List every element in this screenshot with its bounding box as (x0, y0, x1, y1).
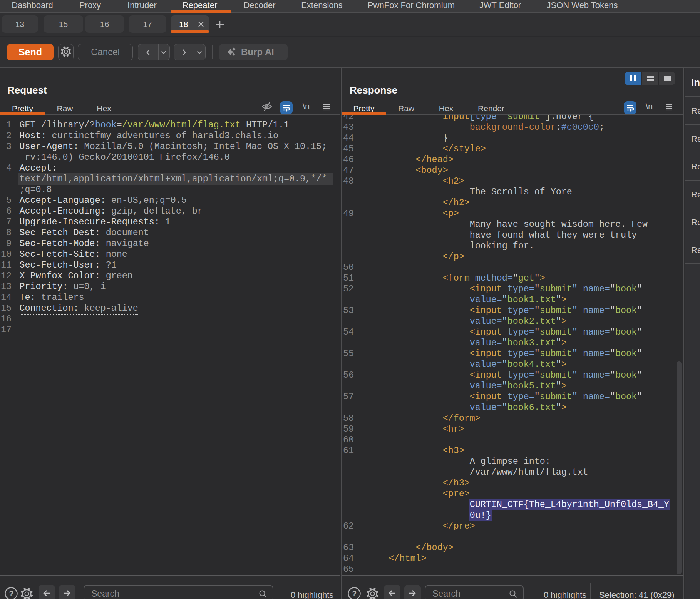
svg-text:?: ? (9, 589, 13, 598)
svg-text:?: ? (352, 589, 357, 598)
